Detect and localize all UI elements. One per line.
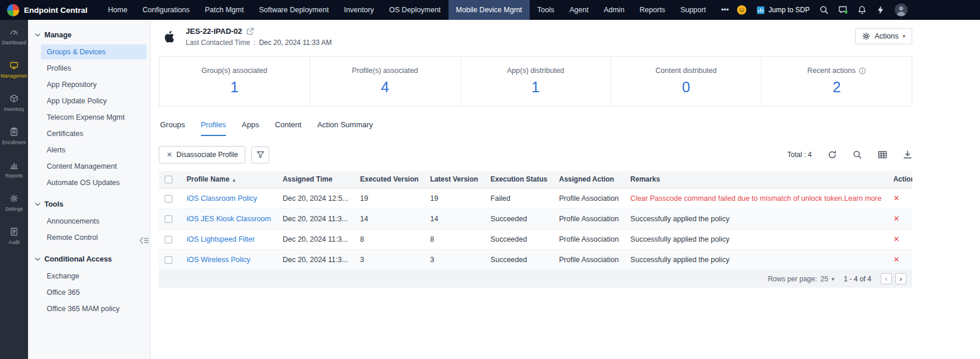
nav-tools[interactable]: Tools xyxy=(530,0,562,20)
col-assigned-action[interactable]: Assigned Action xyxy=(553,171,624,188)
sidebar-item-announcements[interactable]: Announcements xyxy=(41,214,147,229)
row-checkbox[interactable] xyxy=(165,215,172,223)
stat-value[interactable]: 2 xyxy=(833,79,841,96)
nav-software-deployment[interactable]: Software Deployment xyxy=(251,0,336,20)
tab-content[interactable]: Content xyxy=(275,120,302,136)
rail-item-inventory[interactable]: Inventory xyxy=(0,86,28,120)
app-window: Endpoint Central Home Configurations Pat… xyxy=(0,0,980,359)
tab-profiles[interactable]: Profiles xyxy=(201,120,226,136)
tab-groups[interactable]: Groups xyxy=(160,120,185,136)
nav-support[interactable]: Support xyxy=(673,0,714,20)
nav-home[interactable]: Home xyxy=(100,0,135,20)
sidebar-collapse-icon[interactable] xyxy=(139,236,150,245)
user-avatar[interactable] xyxy=(894,3,908,17)
nav-inventory[interactable]: Inventory xyxy=(336,0,381,20)
latest-version-cell: 14 xyxy=(425,208,485,229)
refresh-icon[interactable] xyxy=(828,150,837,159)
remarks-cell: Successfully applied the policy xyxy=(624,249,887,270)
sidebar-item-groups-devices[interactable]: Groups & Devices xyxy=(41,44,147,60)
sidebar-item-alerts[interactable]: Alerts xyxy=(41,142,147,158)
flash-icon[interactable] xyxy=(876,5,885,15)
col-assigned-time[interactable]: Assigned Time xyxy=(277,171,355,188)
profile-name-link[interactable]: iOS JES Kiosk Classroom xyxy=(186,215,270,223)
nav-more-menu[interactable]: ••• xyxy=(714,0,736,20)
device-name-edit-icon[interactable] xyxy=(246,27,254,35)
col-execution-status[interactable]: Execution Status xyxy=(485,171,553,188)
sidebar-item-remote-control[interactable]: Remote Control xyxy=(41,230,147,245)
remarks-cell: Clear Passcode command failed due to mis… xyxy=(624,188,887,208)
select-all-checkbox[interactable] xyxy=(165,176,172,183)
section-conditional-access[interactable]: Conditional Access xyxy=(28,250,150,269)
remove-profile-icon[interactable]: ✕ xyxy=(893,255,899,264)
sidebar-item-automate-os-updates[interactable]: Automate OS Updates xyxy=(41,175,147,190)
stat-value[interactable]: 0 xyxy=(682,79,690,96)
notification-bell-icon[interactable] xyxy=(857,5,867,15)
info-icon[interactable] xyxy=(859,67,866,75)
sidebar-item-certificates[interactable]: Certificates xyxy=(41,126,147,141)
sidebar-item-content-management[interactable]: Content Management xyxy=(41,159,147,174)
jump-to-sdp-button[interactable]: Jump to SDP xyxy=(756,6,810,15)
nav-admin[interactable]: Admin xyxy=(596,0,632,20)
chevron-down-icon xyxy=(35,33,40,37)
remove-profile-icon[interactable]: ✕ xyxy=(893,235,899,243)
rail-item-reports[interactable]: Reports xyxy=(0,153,28,186)
profile-name-link[interactable]: iOS Wireless Policy xyxy=(186,256,250,264)
col-executed-version[interactable]: Executed Version xyxy=(355,171,425,188)
filter-button[interactable] xyxy=(251,147,269,163)
download-icon[interactable] xyxy=(903,150,912,159)
tab-apps[interactable]: Apps xyxy=(242,120,259,136)
rail-item-management[interactable]: Management xyxy=(0,53,28,86)
nav-mobile-device-mgmt[interactable]: Mobile Device Mgmt xyxy=(449,0,530,20)
col-remarks[interactable]: Remarks xyxy=(624,171,887,188)
rail-item-audit[interactable]: Audit xyxy=(0,219,28,253)
stat-value[interactable]: 1 xyxy=(230,79,238,96)
profile-name-link[interactable]: iOS Lightspeed Filter xyxy=(186,235,255,243)
sidebar-item-profiles[interactable]: Profiles xyxy=(41,61,147,76)
sidebar-item-app-update-policy[interactable]: App Update Policy xyxy=(41,93,147,109)
nav-os-deployment[interactable]: OS Deployment xyxy=(381,0,448,20)
nav-configurations[interactable]: Configurations xyxy=(135,0,197,20)
topbar-right-icons: Jump to SDP xyxy=(736,3,980,17)
sidebar-item-telecom-expense-mgmt[interactable]: Telecom Expense Mgmt xyxy=(41,110,147,125)
rail-item-settings[interactable]: Settings xyxy=(0,186,28,219)
brand[interactable]: Endpoint Central xyxy=(0,4,100,16)
stat-value[interactable]: 1 xyxy=(531,79,540,96)
profile-name-link[interactable]: iOS Classroom Policy xyxy=(186,194,257,203)
col-profile-name[interactable]: Profile Name▲ xyxy=(180,171,276,188)
sidebar-item-exchange[interactable]: Exchange xyxy=(41,269,147,284)
disassociate-profile-button[interactable]: ✕ Disassociate Profile xyxy=(159,146,245,163)
rail-item-enrollment[interactable]: Enrollment xyxy=(0,120,28,153)
next-page-button[interactable]: › xyxy=(895,273,906,284)
nav-agent[interactable]: Agent xyxy=(562,0,596,20)
assistant-icon[interactable] xyxy=(736,5,747,15)
section-tools[interactable]: Tools xyxy=(28,195,150,214)
previous-page-button[interactable]: ‹ xyxy=(881,273,892,284)
execution-status-cell: Succeeded xyxy=(485,229,553,249)
nav-patch-mgmt[interactable]: Patch Mgmt xyxy=(197,0,252,20)
chat-icon[interactable] xyxy=(838,5,848,15)
col-latest-version[interactable]: Latest Version xyxy=(425,171,485,188)
device-header: JES-22-IPAD-02 Last Contacted Time : Dec… xyxy=(159,27,912,47)
row-checkbox[interactable] xyxy=(165,256,172,264)
row-checkbox[interactable] xyxy=(165,236,172,243)
search-icon[interactable] xyxy=(819,5,829,15)
column-chooser-icon[interactable] xyxy=(878,150,887,159)
rows-per-page-select[interactable]: Rows per page: 25 ▾ xyxy=(768,275,835,283)
sidebar-item-office-365-mam-policy[interactable]: Office 365 MAM policy xyxy=(41,301,147,316)
nav-reports[interactable]: Reports xyxy=(632,0,673,20)
learn-more-link[interactable]: Learn more xyxy=(845,194,882,203)
tab-action-summary[interactable]: Action Summary xyxy=(317,120,373,136)
sidebar-item-app-repository[interactable]: App Repository xyxy=(41,77,147,92)
actions-button[interactable]: Actions ▾ xyxy=(855,28,912,44)
table-header-row: Profile Name▲ Assigned Time Executed Ver… xyxy=(159,171,912,188)
sidebar-item-office-365[interactable]: Office 365 xyxy=(41,285,147,300)
remove-profile-icon[interactable]: ✕ xyxy=(893,214,899,223)
section-manage[interactable]: Manage xyxy=(28,26,150,44)
rail-item-dashboard[interactable]: Dashboard xyxy=(0,20,28,53)
remove-profile-icon[interactable]: ✕ xyxy=(893,194,899,203)
row-checkbox[interactable] xyxy=(165,195,172,203)
stat-value[interactable]: 4 xyxy=(381,79,389,96)
total-count: Total : 4 xyxy=(787,151,812,159)
search-icon[interactable] xyxy=(853,150,862,159)
pager: ‹ › xyxy=(881,273,906,284)
